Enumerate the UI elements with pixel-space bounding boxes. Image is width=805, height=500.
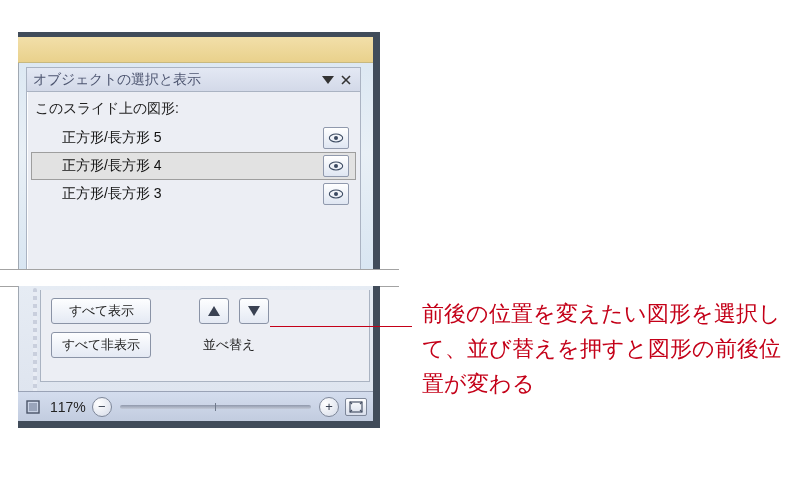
view-mode-icon[interactable] bbox=[24, 398, 42, 416]
shape-name: 正方形/長方形 3 bbox=[62, 185, 323, 203]
shape-name: 正方形/長方形 5 bbox=[62, 129, 323, 147]
shapes-on-slide-label: このスライド上の図形: bbox=[31, 98, 356, 124]
hide-all-button[interactable]: すべて非表示 bbox=[51, 332, 151, 358]
crop-divider bbox=[0, 269, 399, 270]
visibility-toggle[interactable] bbox=[323, 127, 349, 149]
shape-list-item[interactable]: 正方形/長方形 3 bbox=[31, 180, 356, 208]
reorder-up-button[interactable] bbox=[199, 298, 229, 324]
shape-name: 正方形/長方形 4 bbox=[62, 157, 323, 175]
visibility-toggle[interactable] bbox=[323, 155, 349, 177]
shape-list-item[interactable]: 正方形/長方形 4 bbox=[31, 152, 356, 180]
pane-title: オブジェクトの選択と表示 bbox=[33, 71, 318, 89]
zoom-slider[interactable] bbox=[120, 405, 311, 409]
visibility-toggle[interactable] bbox=[323, 183, 349, 205]
svg-point-8 bbox=[334, 192, 338, 196]
zoom-level-text[interactable]: 117% bbox=[50, 399, 86, 415]
close-icon[interactable] bbox=[338, 72, 354, 88]
status-bar: 117% − + bbox=[18, 391, 373, 421]
zoom-in-button[interactable]: + bbox=[319, 397, 339, 417]
zoom-out-button[interactable]: − bbox=[92, 397, 112, 417]
selection-pane: オブジェクトの選択と表示 このスライド上の図形: 正方形/長方形 5 正方形/長… bbox=[26, 67, 361, 269]
svg-point-4 bbox=[334, 136, 338, 140]
pane-header: オブジェクトの選択と表示 bbox=[27, 68, 360, 92]
window-titlebar-fragment bbox=[18, 37, 373, 63]
svg-point-6 bbox=[334, 164, 338, 168]
svg-marker-10 bbox=[248, 306, 260, 316]
bottom-panel-container: すべて表示 すべて非表示 並べ替え 117% − + bbox=[18, 286, 380, 428]
callout-annotation: 前後の位置を変えたい図形を選択して、並び替えを押すと図形の前後位置が変わる bbox=[422, 296, 782, 402]
reorder-down-button[interactable] bbox=[239, 298, 269, 324]
svg-marker-0 bbox=[322, 76, 334, 84]
svg-marker-9 bbox=[208, 306, 220, 316]
zoom-fit-button[interactable] bbox=[345, 398, 367, 416]
shape-list-item[interactable]: 正方形/長方形 5 bbox=[31, 124, 356, 152]
selection-pane-controls: すべて表示 すべて非表示 並べ替え bbox=[40, 290, 370, 382]
svg-rect-12 bbox=[29, 403, 37, 411]
pane-body: このスライド上の図形: 正方形/長方形 5 正方形/長方形 4 正方形/長方形 … bbox=[27, 92, 360, 210]
selection-pane-container: オブジェクトの選択と表示 このスライド上の図形: 正方形/長方形 5 正方形/長… bbox=[18, 32, 380, 269]
pane-dropdown-icon[interactable] bbox=[320, 72, 336, 88]
reorder-label: 並べ替え bbox=[203, 336, 255, 354]
callout-leader-line bbox=[270, 326, 412, 327]
show-all-button[interactable]: すべて表示 bbox=[51, 298, 151, 324]
pane-resize-grip[interactable] bbox=[33, 288, 37, 403]
